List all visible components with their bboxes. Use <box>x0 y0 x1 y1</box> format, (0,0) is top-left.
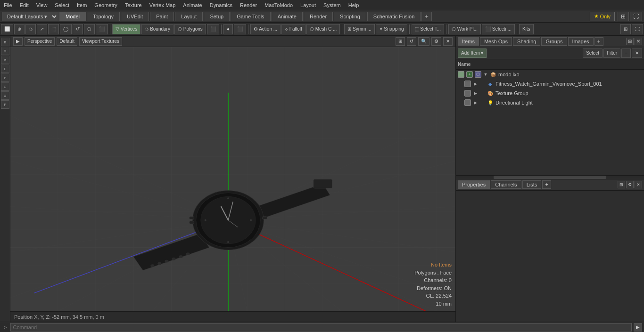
vis-toggle-0[interactable] <box>458 71 464 78</box>
items-select-btn[interactable]: Select <box>583 49 603 58</box>
tab-items[interactable]: Items <box>458 37 479 46</box>
rotate-btn[interactable]: ↺ <box>73 24 83 34</box>
list-item-modo-lxo[interactable]: + ⬡ ▼ 📦 modo.lxo <box>456 70 644 79</box>
menu-help[interactable]: Help <box>345 1 363 9</box>
vis-toggle2-0[interactable]: + <box>466 71 473 78</box>
vis-toggle-2[interactable] <box>464 90 471 97</box>
tab-schematic-fusion[interactable]: Schematic Fusion <box>367 12 421 21</box>
expand-2[interactable]: ▶ <box>473 91 478 96</box>
kits-btn[interactable]: Kits <box>519 24 534 34</box>
items-list[interactable]: + ⬡ ▼ 📦 modo.lxo ▶ ◆ Fitness_Watch_Garmi… <box>456 70 644 175</box>
menu-render[interactable]: Render <box>236 1 261 9</box>
select-mode-btn[interactable]: ⬜ <box>1 24 13 34</box>
polygon-btn[interactable]: ⬡ <box>84 24 95 34</box>
list-item-fitness-watch[interactable]: ▶ ◆ Fitness_Watch_Garmin_Vivomove_Sport_… <box>462 79 644 89</box>
sphere1-btn[interactable]: ● <box>223 24 233 34</box>
tab-render[interactable]: Render <box>304 12 333 21</box>
fill-btn[interactable]: ⬛ <box>96 24 108 34</box>
tab-images[interactable]: Images <box>568 37 594 46</box>
items-minus-btn[interactable]: − <box>621 49 631 58</box>
mesh-c-btn[interactable]: ⬡ Mesh C ... <box>306 24 340 34</box>
viewport-default-btn[interactable]: Default <box>57 37 77 46</box>
items-expand-icon[interactable]: ⊞ <box>626 38 634 45</box>
menu-view[interactable]: View <box>33 1 51 9</box>
items-scrollbar[interactable] <box>494 176 606 179</box>
add-props-tab-btn[interactable]: + <box>542 180 551 189</box>
tab-properties[interactable]: Properties <box>458 180 490 189</box>
star-only-button[interactable]: ★Only <box>590 12 615 21</box>
viewport-expand-btn[interactable]: ▶ <box>13 37 23 46</box>
mode1-btn[interactable]: ⬛ <box>207 24 219 34</box>
tab-topology[interactable]: Topology <box>87 12 120 21</box>
layout-dropdown[interactable]: Default Layouts ▾ <box>2 12 58 21</box>
action-dropdown-btn[interactable]: ⚙ Action ... <box>250 24 281 34</box>
menu-select[interactable]: Select <box>51 1 73 9</box>
arrow-tool-btn[interactable]: ↗ <box>37 24 47 34</box>
left-pol-btn[interactable]: P <box>1 73 9 82</box>
workplane-btn[interactable]: ⬡ Work Pl... <box>448 24 481 34</box>
menu-layout[interactable]: Layout <box>297 1 320 9</box>
tab-mesh-ops[interactable]: Mesh Ops <box>480 37 512 46</box>
menu-file[interactable]: File <box>0 1 16 9</box>
add-layout-tab-button[interactable]: + <box>421 12 432 21</box>
menu-item[interactable]: Item <box>73 1 91 9</box>
tab-layout[interactable]: Layout <box>175 12 203 21</box>
tab-channels[interactable]: Channels <box>491 180 521 189</box>
maximize-button[interactable]: ⊞ <box>618 12 629 21</box>
viewport-rotate-btn[interactable]: ↺ <box>407 37 416 46</box>
tab-uvedit[interactable]: UVEdit <box>121 12 149 21</box>
props-close-btn[interactable]: ✕ <box>635 181 642 188</box>
select-t-btn[interactable]: ⬚ Select T... <box>412 24 445 34</box>
lasso-btn[interactable]: ◯ <box>60 24 72 34</box>
left-f-btn[interactable]: F <box>1 100 9 109</box>
menu-system[interactable]: System <box>320 1 345 9</box>
symmetry-btn[interactable]: ⊞ Symm ... <box>344 24 374 34</box>
viewport-move-btn[interactable]: ⊞ <box>396 37 405 46</box>
command-input[interactable] <box>10 323 632 332</box>
tab-shading[interactable]: Shading <box>513 37 540 46</box>
menu-edit[interactable]: Edit <box>16 1 33 9</box>
tab-game-tools[interactable]: Game Tools <box>231 12 271 21</box>
menu-vertex-map[interactable]: Vertex Map <box>146 1 180 9</box>
left-e-btn[interactable]: E <box>1 65 9 73</box>
vis-toggle-1[interactable] <box>464 81 471 87</box>
snap-btn[interactable]: ⊕ <box>14 24 25 34</box>
snapping-btn[interactable]: ✦ Snapping <box>376 24 407 34</box>
props-settings-btn[interactable]: ⚙ <box>626 181 634 188</box>
tab-groups[interactable]: Groups <box>541 37 567 46</box>
list-item-texture-group[interactable]: ▶ 🎨 Texture Group <box>462 89 644 98</box>
left-mes-btn[interactable]: M <box>1 56 9 64</box>
expand-0[interactable]: ▼ <box>483 72 488 77</box>
selecti-btn[interactable]: ⬛ Selecti ... <box>482 24 515 34</box>
viewport-perspective-btn[interactable]: Perspective <box>25 37 55 46</box>
polygons-btn[interactable]: ⬡ Polygons <box>174 24 206 34</box>
tab-scripting[interactable]: Scripting <box>334 12 366 21</box>
viewport-textures-btn[interactable]: Viewport Textures <box>79 37 122 46</box>
menu-geometry[interactable]: Geometry <box>91 1 121 9</box>
tab-model[interactable]: Model <box>59 12 86 21</box>
boundary-btn[interactable]: ◇ Boundary <box>141 24 173 34</box>
items-filter-btn[interactable]: Filter <box>603 49 620 58</box>
add-items-tab-btn[interactable]: + <box>594 37 603 46</box>
viewport-close-btn[interactable]: ✕ <box>443 37 453 46</box>
vis-toggle-3[interactable] <box>464 99 471 106</box>
left-uv-btn[interactable]: U <box>1 91 9 100</box>
add-item-btn[interactable]: Add Item ▾ <box>458 49 487 58</box>
items-close-btn[interactable]: ✕ <box>632 49 642 58</box>
viewport-settings-btn[interactable]: ⚙ <box>431 37 441 46</box>
expand-3[interactable]: ▶ <box>473 100 478 105</box>
vertices-btn[interactable]: ▽ Vertices <box>112 24 140 34</box>
menu-dynamics[interactable]: Dynamics <box>206 1 236 9</box>
cmd-run-btn[interactable]: ▶ <box>634 323 642 332</box>
tab-animate[interactable]: Animate <box>272 12 303 21</box>
expand-1[interactable]: ▶ <box>473 81 478 86</box>
view-layout-btn[interactable]: ⊞ <box>620 24 631 34</box>
left-c-btn[interactable]: C <box>1 82 9 91</box>
fullscreen-button[interactable]: ⛶ <box>630 12 642 21</box>
vis-toggle3-0[interactable]: ⬡ <box>475 71 481 78</box>
items-settings-icon[interactable]: ✕ <box>635 38 642 45</box>
viewport-zoom-btn[interactable]: 🔍 <box>418 37 429 46</box>
menu-animate[interactable]: Animate <box>179 1 206 9</box>
3d-viewport[interactable]: Z Y X No Items Polygons : Face Channels:… <box>10 47 455 311</box>
cube1-btn[interactable]: ⬛ <box>234 24 246 34</box>
